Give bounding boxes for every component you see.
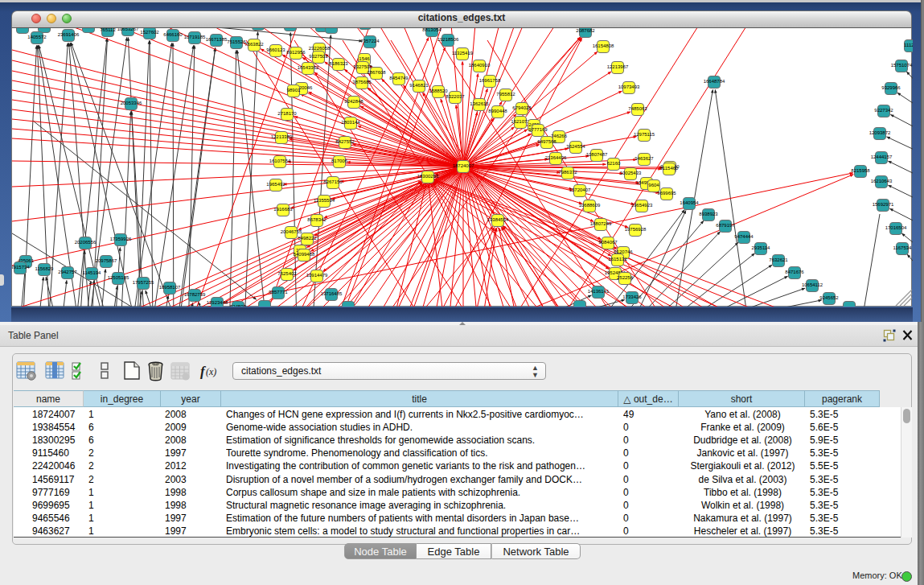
- svg-text:9660123: 9660123: [266, 47, 285, 52]
- svg-text:9777169: 9777169: [528, 127, 548, 132]
- svg-text:16671385: 16671385: [206, 37, 228, 42]
- svg-text:8813054: 8813054: [422, 28, 441, 32]
- svg-text:17359926: 17359926: [110, 237, 132, 241]
- svg-text:19218506: 19218506: [437, 37, 459, 42]
- svg-text:746266: 746266: [551, 134, 568, 138]
- svg-text:21364436: 21364436: [545, 155, 567, 160]
- svg-text:1640954: 1640954: [680, 200, 699, 205]
- svg-text:12444157: 12444157: [871, 154, 893, 159]
- svg-text:8427552: 8427552: [335, 139, 355, 144]
- svg-text:9242848: 9242848: [344, 99, 363, 104]
- svg-text:7955812: 7955812: [496, 92, 515, 97]
- svg-text:1546: 1546: [359, 56, 370, 61]
- svg-text:9327503: 9327503: [309, 54, 328, 59]
- svg-text:252254: 252254: [617, 275, 634, 280]
- svg-text:16648784: 16648784: [704, 79, 725, 84]
- svg-text:16961758: 16961758: [479, 78, 501, 83]
- svg-text:54099468: 54099468: [294, 252, 315, 257]
- svg-text:9857771: 9857771: [269, 290, 288, 295]
- svg-text:15692971: 15692971: [873, 202, 894, 207]
- svg-text:1965492: 1965492: [266, 182, 285, 187]
- svg-text:10958107: 10958107: [159, 285, 181, 290]
- svg-text:16543362: 16543362: [298, 65, 319, 70]
- svg-text:9604: 9604: [648, 183, 659, 187]
- svg-text:8990448: 8990448: [488, 109, 507, 113]
- svg-text:18300295: 18300295: [417, 174, 439, 179]
- svg-text:12923448: 12923448: [207, 300, 228, 305]
- svg-text:12505185: 12505185: [108, 275, 129, 280]
- svg-text:1405572: 1405572: [27, 35, 47, 39]
- svg-text:1588520: 1588520: [429, 89, 448, 93]
- svg-text:1916683: 1916683: [273, 207, 293, 212]
- svg-text:8322037: 8322037: [446, 94, 465, 99]
- svg-text:11355594: 11355594: [314, 198, 335, 203]
- svg-text:11325419: 11325419: [452, 51, 474, 56]
- svg-text:8678342: 8678342: [307, 217, 326, 222]
- svg-text:8912956: 8912956: [286, 50, 306, 55]
- svg-text:1145194: 1145194: [83, 270, 102, 275]
- svg-text:8186323: 8186323: [329, 61, 348, 66]
- svg-text:1615132: 1615132: [608, 257, 627, 262]
- svg-text:9329966: 9329966: [881, 85, 901, 90]
- svg-text:20046755: 20046755: [281, 229, 302, 234]
- svg-text:12213389: 12213389: [271, 134, 293, 139]
- svg-text:9699695: 9699695: [657, 191, 676, 196]
- svg-text:18807249: 18807249: [590, 221, 612, 226]
- svg-text:1167534: 1167534: [893, 245, 913, 250]
- svg-text:2935114: 2935114: [752, 245, 771, 250]
- svg-text:8471676: 8471676: [785, 270, 804, 274]
- svg-text:16782759: 16782759: [184, 292, 206, 297]
- svg-text:1733426: 1733426: [622, 295, 642, 299]
- svg-text:817006: 817006: [331, 159, 348, 163]
- svg-text:765112: 765112: [100, 28, 116, 32]
- svg-text:2087682: 2087682: [576, 28, 595, 33]
- svg-text:18724007: 18724007: [453, 163, 474, 168]
- svg-text:19384554: 19384554: [487, 217, 509, 222]
- svg-text:2718170: 2718170: [277, 111, 297, 116]
- svg-text:19654923: 19654923: [631, 203, 653, 208]
- svg-text:12213967: 12213967: [607, 64, 629, 69]
- svg-text:8267150: 8267150: [323, 179, 343, 184]
- svg-text:1362615: 1362615: [470, 101, 489, 106]
- svg-text:2803144: 2803144: [341, 120, 360, 125]
- svg-text:9245652: 9245652: [819, 295, 839, 300]
- svg-text:9084067: 9084067: [598, 240, 618, 245]
- svg-text:6497568: 6497568: [537, 139, 556, 144]
- svg-text:14136141: 14136141: [588, 289, 610, 294]
- svg-text:7986372: 7986372: [558, 170, 577, 175]
- svg-text:7663822: 7663822: [244, 42, 264, 47]
- svg-text:9327508: 9327508: [353, 64, 372, 69]
- svg-text:3624554: 3624554: [566, 144, 585, 149]
- svg-text:1527602: 1527602: [140, 30, 159, 35]
- svg-text:23691406: 23691406: [58, 32, 80, 37]
- svg-text:12093872: 12093872: [869, 130, 891, 135]
- svg-text:19716485: 19716485: [321, 291, 343, 296]
- svg-text:3875685: 3875685: [352, 80, 372, 84]
- svg-text:6879197: 6879197: [716, 223, 735, 228]
- svg-text:10653267: 10653267: [117, 28, 139, 31]
- svg-text:11123: 11123: [904, 43, 913, 47]
- svg-text:2867608: 2867608: [367, 70, 386, 75]
- svg-text:16154808: 16154808: [593, 43, 614, 48]
- svg-text:8215958: 8215958: [851, 168, 870, 173]
- svg-text:10719185: 10719185: [184, 35, 206, 39]
- svg-text:62160: 62160: [607, 161, 621, 166]
- svg-text:9146821: 9146821: [409, 83, 429, 88]
- svg-text:7515526: 7515526: [227, 39, 246, 44]
- svg-text:9227342: 9227342: [874, 108, 893, 113]
- svg-text:7485063: 7485063: [628, 106, 647, 111]
- svg-text:3915734: 3915734: [12, 265, 30, 270]
- svg-text:10973493: 10973493: [618, 84, 640, 89]
- svg-text:15720407: 15720407: [569, 187, 591, 192]
- svg-text:20206556: 20206556: [75, 240, 97, 245]
- svg-text:10688609: 10688609: [579, 203, 601, 208]
- svg-text:(x): (x): [206, 366, 216, 377]
- svg-text:12975115: 12975115: [634, 132, 655, 137]
- svg-text:18640910: 18640910: [469, 63, 491, 68]
- svg-text:8454749: 8454749: [389, 76, 409, 80]
- svg-text:10807487: 10807487: [586, 152, 608, 157]
- svg-text:9474444: 9474444: [734, 234, 754, 239]
- svg-text:15751074: 15751074: [891, 63, 913, 68]
- svg-text:10914479: 10914479: [306, 273, 328, 278]
- svg-text:1156829: 1156829: [35, 266, 55, 271]
